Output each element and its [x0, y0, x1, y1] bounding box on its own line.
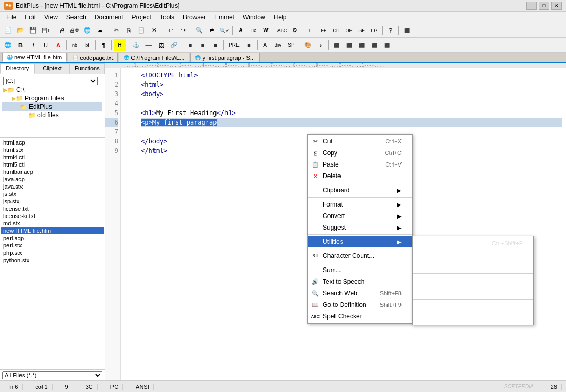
ctx-suggest[interactable]: Suggest ▶: [308, 222, 412, 233]
find-all-button[interactable]: 🔍✓: [219, 25, 230, 36]
open-remote-button[interactable]: 🌐: [81, 25, 93, 36]
color-button[interactable]: A: [53, 39, 64, 51]
font-size-button[interactable]: A: [235, 25, 246, 36]
browser-ie[interactable]: IE: [305, 25, 317, 36]
ctx-convert[interactable]: Convert ▶: [308, 210, 412, 222]
menu-view[interactable]: View: [40, 13, 62, 22]
globe-button[interactable]: 🌐: [2, 39, 14, 51]
div-button[interactable]: div: [272, 39, 284, 51]
sub-html-to-ansi[interactable]: HTML Entity to Ansi: [413, 261, 533, 272]
help-button[interactable]: ?: [385, 25, 396, 36]
br-button[interactable]: bf: [81, 39, 93, 51]
extra-button[interactable]: ⬛: [401, 25, 413, 36]
fmt-btn2[interactable]: ⬛: [344, 39, 355, 51]
tree-c-drive[interactable]: ▶📁 C:\: [2, 86, 102, 94]
open-button[interactable]: 📂: [15, 25, 26, 36]
tab-paragraph[interactable]: 🌐 y first paragrap - S...: [190, 53, 260, 62]
filter-select[interactable]: All Files (*.*): [2, 371, 102, 379]
find-button[interactable]: 🔍: [193, 25, 205, 36]
print-preview-button[interactable]: 🖨👁: [69, 25, 80, 36]
ctx-utilities[interactable]: Utilities ▶ Strip HTML Tags Ctrl+Shift+P…: [308, 236, 412, 247]
tab-codepage[interactable]: 📄 codepage.txt: [68, 53, 118, 62]
highlight-button[interactable]: H: [114, 39, 126, 51]
file-license-kr[interactable]: license-kr.txt: [1, 212, 104, 220]
file-python-stx[interactable]: python.stx: [1, 256, 104, 264]
file-java-stx[interactable]: java.stx: [1, 183, 104, 190]
tree-root[interactable]: [C:]: [2, 76, 102, 86]
file-js-stx[interactable]: js.stx: [1, 190, 104, 198]
menu-file[interactable]: File: [2, 13, 20, 22]
bold-button[interactable]: B: [15, 39, 26, 51]
ctx-paste[interactable]: 📋 Paste Ctrl+V: [308, 159, 412, 170]
menu-document[interactable]: Document: [90, 13, 128, 22]
sidebar-tab-cliptext[interactable]: Cliptext: [35, 63, 69, 74]
spell-check-button[interactable]: ABC: [276, 25, 288, 36]
fmt-btn5[interactable]: ⬛: [382, 39, 393, 51]
tab-program-files[interactable]: 🌐 C:\Program Files\E...: [119, 53, 189, 62]
ctx-cut[interactable]: ✂ Cut Ctrl+X: [308, 136, 412, 147]
menu-tools[interactable]: Tools: [156, 13, 179, 22]
menu-edit[interactable]: Edit: [20, 13, 40, 22]
fmt-btn4[interactable]: ⬛: [369, 39, 380, 51]
sub-strip-html[interactable]: Strip HTML Tags Ctrl+Shift+P: [413, 238, 533, 249]
drive-select[interactable]: [C:]: [3, 77, 98, 85]
close-button[interactable]: ✕: [551, 2, 562, 10]
restore-button[interactable]: □: [539, 2, 549, 10]
align-center-button[interactable]: ≡: [197, 39, 209, 51]
anchor-button[interactable]: ⚓: [130, 39, 142, 51]
print-button[interactable]: 🖨: [56, 25, 68, 36]
save-remote-button[interactable]: ☁: [94, 25, 106, 36]
minimize-button[interactable]: ─: [526, 2, 537, 10]
menu-search[interactable]: Search: [62, 13, 90, 22]
ctx-sum[interactable]: Sum...: [308, 264, 412, 276]
file-license-txt[interactable]: license.txt: [1, 205, 104, 212]
file-html-acp[interactable]: html.acp: [1, 139, 104, 146]
ctx-clipboard[interactable]: Clipboard ▶: [308, 184, 412, 196]
settings-button[interactable]: ⚙: [289, 25, 301, 36]
editor-area[interactable]: ....1....----2----....3----....4----....…: [105, 63, 566, 380]
paste-button[interactable]: 📋: [136, 25, 147, 36]
sidebar-tab-directory[interactable]: Directory: [0, 63, 35, 74]
new-button[interactable]: 📄: [2, 25, 14, 36]
ctx-char-count[interactable]: &lt Character Count...: [308, 250, 412, 262]
music-button[interactable]: ♪: [315, 39, 326, 51]
fmt-btn3[interactable]: ⬛: [356, 39, 368, 51]
link-button[interactable]: 🔗: [168, 39, 180, 51]
save-button[interactable]: 💾: [27, 25, 39, 36]
sub-html-tidy-html[interactable]: HTML Tidy (HTML): [413, 275, 533, 286]
fmt-btn1[interactable]: ⬛: [331, 39, 343, 51]
menu-emmet[interactable]: Emmet: [210, 13, 239, 22]
delete-button[interactable]: ✕: [148, 25, 160, 36]
browser-ch[interactable]: CH: [331, 25, 342, 36]
cut-button[interactable]: ✂: [110, 25, 122, 36]
hr-button[interactable]: ──: [143, 39, 155, 51]
font-size2-button[interactable]: Hx: [248, 25, 259, 36]
sub-html-tidy-xml[interactable]: HTML Tidy (XML): [413, 286, 533, 298]
redo-button[interactable]: ↪: [177, 25, 189, 36]
italic-button[interactable]: I: [27, 39, 39, 51]
ctx-copy[interactable]: ⎘ Copy Ctrl+C: [308, 147, 412, 159]
pre-button[interactable]: PRE: [226, 39, 242, 51]
undo-button[interactable]: ↩: [164, 25, 176, 36]
file-new-html[interactable]: new HTML file.html: [1, 227, 104, 234]
menu-window[interactable]: Window: [239, 13, 270, 22]
para-button[interactable]: ¶: [98, 39, 109, 51]
sp-button[interactable]: SP: [285, 39, 297, 51]
browser-ff[interactable]: FF: [318, 25, 330, 36]
underline-button[interactable]: U: [40, 39, 52, 51]
file-php-stx[interactable]: php.stx: [1, 249, 104, 256]
browser-op[interactable]: OP: [343, 25, 355, 36]
file-java-acp[interactable]: java.acp: [1, 176, 104, 183]
copy-button[interactable]: ⎘: [123, 25, 135, 36]
menu-help[interactable]: Help: [270, 13, 291, 22]
nb-button[interactable]: nb: [69, 39, 80, 51]
file-html4-ctl[interactable]: html4.ctl: [1, 153, 104, 161]
ctx-spell-check[interactable]: ABC Spell Checker: [308, 311, 412, 322]
sub-ansi-to-html[interactable]: < Ansi to HTML Entity: [413, 249, 533, 261]
list-button[interactable]: ≡: [243, 39, 255, 51]
file-jsp-stx[interactable]: jsp.stx: [1, 198, 104, 205]
align-right-button[interactable]: ≡: [210, 39, 221, 51]
file-html5-ctl[interactable]: html5.ctl: [1, 161, 104, 168]
file-perl-stx[interactable]: perl.stx: [1, 242, 104, 249]
font-button[interactable]: A: [260, 39, 271, 51]
